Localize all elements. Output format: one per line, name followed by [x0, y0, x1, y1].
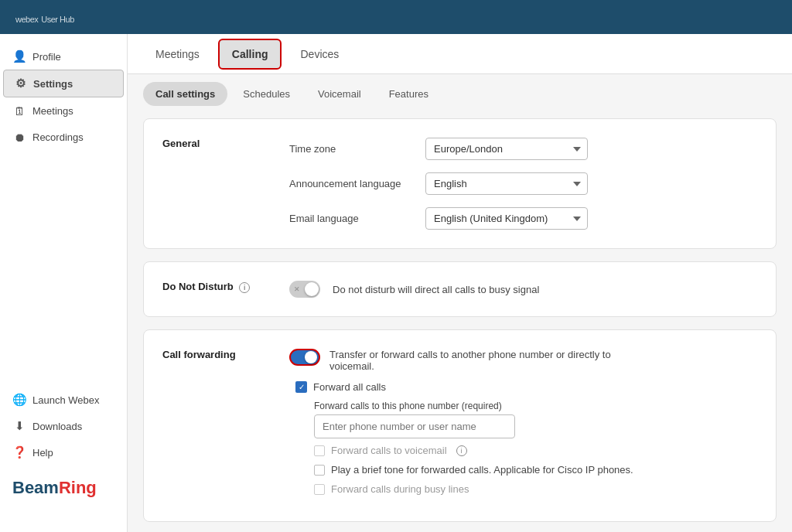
- forward-all-label: Forward all calls: [313, 381, 386, 393]
- call-forwarding-options: ✓ Forward all calls Forward calls to thi…: [289, 381, 757, 495]
- dnd-toggle[interactable]: ✕: [289, 281, 320, 298]
- webex-logo: webexUser Hub: [12, 9, 74, 26]
- forward-phone-label: Forward calls to this phone number (requ…: [314, 401, 757, 411]
- forward-phone-group: Forward calls to this phone number (requ…: [314, 401, 757, 438]
- topbar: webexUser Hub: [0, 0, 792, 34]
- meetings-icon: 🗓: [12, 104, 26, 118]
- dnd-content: ✕ Do not disturb will direct all calls t…: [289, 281, 757, 298]
- sidebar: 👤 Profile ⚙ Settings 🗓 Meetings ⏺ Record…: [0, 34, 128, 532]
- call-forwarding-toggle-knob: [305, 351, 317, 363]
- dnd-label: Do Not Disturb i: [162, 281, 271, 298]
- tab-call-settings[interactable]: Call settings: [143, 82, 227, 106]
- secondary-tab-bar: Call settings Schedules Voicemail Featur…: [128, 74, 792, 106]
- forward-voicemail-checkbox[interactable]: [314, 445, 325, 456]
- sidebar-item-label: Downloads: [32, 421, 82, 432]
- forward-tone-label: Play a brief tone for forwarded calls. A…: [331, 464, 633, 476]
- voicemail-info-icon[interactable]: i: [456, 445, 467, 456]
- forward-voicemail-label: Forward calls to voicemail: [331, 445, 447, 456]
- general-content: Time zone Europe/London Announcement lan…: [289, 138, 757, 230]
- logo-subtitle: User Hub: [41, 15, 73, 24]
- sidebar-item-launch-webex[interactable]: 🌐 Launch Webex: [0, 387, 127, 413]
- sidebar-item-label: Launch Webex: [32, 394, 100, 406]
- sidebar-item-downloads[interactable]: ⬇ Downloads: [0, 413, 127, 439]
- logo-text: webex: [15, 15, 38, 24]
- forward-tone-checkbox[interactable]: [314, 465, 325, 476]
- dnd-row: ✕ Do not disturb will direct all calls t…: [289, 281, 757, 298]
- timezone-select[interactable]: Europe/London: [425, 138, 588, 160]
- forward-all-checkbox[interactable]: ✓: [295, 381, 307, 393]
- settings-icon: ⚙: [13, 77, 27, 90]
- general-section-body: General Time zone Europe/London Announce…: [144, 119, 776, 248]
- dnd-section: Do Not Disturb i ✕ Do not disturb will d…: [143, 261, 777, 317]
- sidebar-item-label: Settings: [33, 78, 73, 90]
- tab-calling[interactable]: Calling: [218, 39, 282, 70]
- tab-meetings[interactable]: Meetings: [143, 40, 212, 68]
- sidebar-item-label: Meetings: [32, 105, 73, 117]
- call-forwarding-row: Transfer or forward calls to another pho…: [289, 349, 757, 372]
- call-forwarding-label: Call forwarding: [162, 349, 271, 503]
- tab-voicemail[interactable]: Voicemail: [306, 82, 374, 106]
- sidebar-item-recordings[interactable]: ⏺ Recordings: [0, 124, 127, 150]
- tab-schedules[interactable]: Schedules: [230, 82, 302, 106]
- email-language-row: Email language English (United Kingdom): [289, 207, 757, 230]
- content-area: General Time zone Europe/London Announce…: [128, 106, 792, 532]
- forward-all-option: ✓ Forward all calls: [295, 381, 757, 393]
- timezone-row: Time zone Europe/London: [289, 138, 757, 160]
- downloads-icon: ⬇: [12, 419, 26, 433]
- forward-tone-option: Play a brief tone for forwarded calls. A…: [314, 464, 757, 476]
- call-forwarding-section: Call forwarding Transfer or forward call…: [143, 329, 777, 522]
- beamring-logo: BeamRing: [0, 466, 127, 510]
- sidebar-item-label: Recordings: [32, 131, 84, 143]
- sidebar-item-meetings[interactable]: 🗓 Meetings: [0, 97, 127, 124]
- tab-features[interactable]: Features: [377, 82, 441, 106]
- sidebar-bottom: 🌐 Launch Webex ⬇ Downloads ❓ Help BeamRi…: [0, 387, 127, 523]
- general-section: General Time zone Europe/London Announce…: [143, 118, 777, 249]
- announcement-language-label: Announcement language: [289, 178, 413, 189]
- dnd-toggle-knob: [305, 282, 319, 296]
- profile-icon: 👤: [12, 49, 26, 63]
- call-forwarding-content: Transfer or forward calls to another pho…: [289, 349, 757, 503]
- tab-devices[interactable]: Devices: [288, 40, 351, 68]
- announcement-language-select[interactable]: English: [425, 172, 588, 195]
- sidebar-item-settings[interactable]: ⚙ Settings: [3, 70, 124, 97]
- general-label: General: [162, 138, 271, 230]
- launch-icon: 🌐: [12, 393, 26, 407]
- forward-busy-checkbox[interactable]: [314, 484, 325, 495]
- announcement-language-row: Announcement language English: [289, 172, 757, 195]
- sidebar-item-help[interactable]: ❓ Help: [0, 439, 127, 466]
- dnd-section-body: Do Not Disturb i ✕ Do not disturb will d…: [144, 262, 776, 316]
- dnd-description: Do not disturb will direct all calls to …: [333, 284, 539, 295]
- timezone-label: Time zone: [289, 143, 413, 155]
- main-content: Meetings Calling Devices Call settings S…: [128, 34, 792, 532]
- forward-busy-label: Forward calls during busy lines: [331, 483, 469, 495]
- email-language-label: Email language: [289, 213, 413, 224]
- help-icon: ❓: [12, 445, 26, 459]
- forward-voicemail-option: Forward calls to voicemail i: [314, 445, 757, 456]
- recordings-icon: ⏺: [12, 130, 26, 144]
- forward-busy-option: Forward calls during busy lines: [314, 483, 757, 495]
- call-forwarding-description: Transfer or forward calls to another pho…: [329, 349, 639, 372]
- sidebar-item-label: Profile: [32, 51, 61, 63]
- dnd-info-icon[interactable]: i: [239, 282, 250, 293]
- sidebar-top: 👤 Profile ⚙ Settings 🗓 Meetings ⏺ Record…: [0, 43, 127, 150]
- call-forwarding-toggle[interactable]: [289, 349, 320, 366]
- sidebar-item-profile[interactable]: 👤 Profile: [0, 43, 127, 70]
- sidebar-item-label: Help: [32, 447, 53, 459]
- email-language-select[interactable]: English (United Kingdom): [425, 207, 588, 230]
- forward-phone-input[interactable]: [314, 414, 515, 438]
- call-forwarding-body: Call forwarding Transfer or forward call…: [144, 330, 776, 521]
- app-layout: 👤 Profile ⚙ Settings 🗓 Meetings ⏺ Record…: [0, 34, 792, 532]
- primary-tab-bar: Meetings Calling Devices: [128, 34, 792, 74]
